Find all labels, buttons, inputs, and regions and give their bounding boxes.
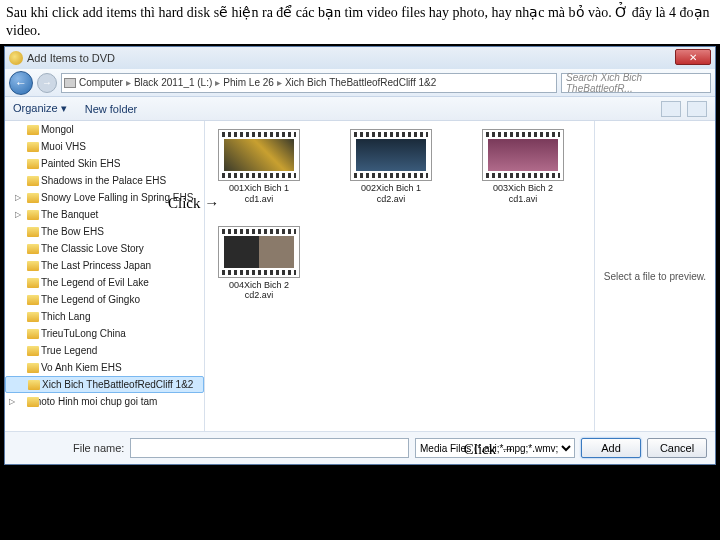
sidebar-item[interactable]: Thich Lang: [5, 308, 204, 325]
sidebar-item[interactable]: Painted Skin EHS: [5, 155, 204, 172]
sidebar-item[interactable]: True Legend: [5, 342, 204, 359]
view-button[interactable]: [661, 101, 681, 117]
dialog-title: Add Items to DVD: [27, 52, 115, 64]
nav-bar: ← → Computer▸ Black 2011_1 (L:)▸ Phim Le…: [5, 69, 715, 97]
file-label: 002Xich Bich 1cd2.avi: [361, 183, 421, 204]
crumb[interactable]: Phim Le 26: [223, 77, 274, 88]
file-label: 003Xich Bich 2cd1.avi: [493, 183, 553, 204]
file-tile[interactable]: 003Xich Bich 2cd1.avi: [477, 129, 569, 204]
sidebar-item[interactable]: Vo Anh Kiem EHS: [5, 359, 204, 376]
titlebar: Add Items to DVD ✕: [5, 47, 715, 69]
organize-button[interactable]: Organize ▾: [13, 102, 67, 115]
file-tile[interactable]: 004Xich Bich 2cd2.avi: [213, 226, 305, 301]
file-list[interactable]: 001Xich Bich 1cd1.avi002Xich Bich 1cd2.a…: [205, 121, 595, 431]
file-dialog: Add Items to DVD ✕ ← → Computer▸ Black 2…: [4, 46, 716, 465]
toolbar: Organize ▾ New folder: [5, 97, 715, 121]
crumb[interactable]: Computer: [79, 77, 123, 88]
folder-tree[interactable]: MongolMuoi VHSPainted Skin EHSShadows in…: [5, 121, 205, 431]
sidebar-item[interactable]: ▷The Banquet: [5, 206, 204, 223]
cancel-button[interactable]: Cancel: [647, 438, 707, 458]
forward-button[interactable]: →: [37, 73, 57, 93]
back-button[interactable]: ←: [9, 71, 33, 95]
file-tile[interactable]: 002Xich Bich 1cd2.avi: [345, 129, 437, 204]
file-label: 004Xich Bich 2cd2.avi: [229, 280, 289, 301]
preview-pane: Select a file to preview.: [595, 121, 715, 431]
sidebar-item[interactable]: TrieuTuLong China: [5, 325, 204, 342]
drive-icon: [64, 78, 76, 88]
sidebar-item[interactable]: The Classic Love Story: [5, 240, 204, 257]
search-input[interactable]: Search Xich Bich TheBattleofR...: [561, 73, 711, 93]
filename-input[interactable]: [130, 438, 409, 458]
sidebar-item[interactable]: Shadows in the Palace EHS: [5, 172, 204, 189]
help-button[interactable]: [687, 101, 707, 117]
sidebar-item[interactable]: Mongol: [5, 121, 204, 138]
sidebar-item[interactable]: ▷Snowy Love Falling in Spring EHS: [5, 189, 204, 206]
sidebar-item[interactable]: Xich Bich TheBattleofRedCliff 1&2: [5, 376, 204, 393]
dialog-body: MongolMuoi VHSPainted Skin EHSShadows in…: [5, 121, 715, 431]
filename-label: File name:: [73, 442, 124, 454]
crumb[interactable]: Xich Bich TheBattleofRedCliff 1&2: [285, 77, 436, 88]
sidebar-item[interactable]: The Bow EHS: [5, 223, 204, 240]
newfolder-button[interactable]: New folder: [85, 103, 138, 115]
dialog-footer: File name: Media Files (*.avi;*.mpg;*.wm…: [5, 431, 715, 464]
sidebar-item[interactable]: Muoi VHS: [5, 138, 204, 155]
instruction-text: Sau khi click add items thì hard disk sẽ…: [0, 0, 720, 44]
filetype-select[interactable]: Media Files (*.avi;*.mpg;*.wmv;*...): [415, 438, 575, 458]
sidebar-item[interactable]: The Legend of Evil Lake: [5, 274, 204, 291]
sidebar-item[interactable]: The Legend of Gingko: [5, 291, 204, 308]
file-tile[interactable]: 001Xich Bich 1cd1.avi: [213, 129, 305, 204]
breadcrumb[interactable]: Computer▸ Black 2011_1 (L:)▸ Phim Le 26▸…: [61, 73, 557, 93]
close-button[interactable]: ✕: [675, 49, 711, 65]
sidebar-item[interactable]: ▷Photo Hinh moi chup goi tam: [5, 393, 204, 410]
app-icon: [9, 51, 23, 65]
sidebar-item[interactable]: The Last Princess Japan: [5, 257, 204, 274]
add-button[interactable]: Add: [581, 438, 641, 458]
file-label: 001Xich Bich 1cd1.avi: [229, 183, 289, 204]
crumb[interactable]: Black 2011_1 (L:): [134, 77, 212, 88]
